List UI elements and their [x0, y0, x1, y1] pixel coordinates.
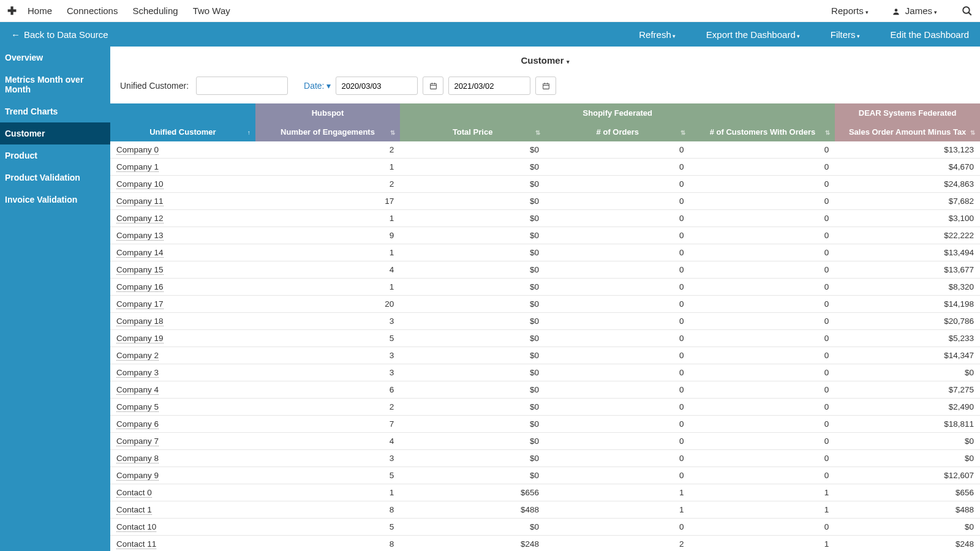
cell-nc: 0 — [690, 467, 835, 484]
action-export[interactable]: Export the Dashboard▾ — [706, 29, 800, 40]
column-header--of-orders[interactable]: # of Orders⇅ — [545, 122, 690, 141]
column-header--of-customers-with-orders[interactable]: # of Customers With Orders⇅ — [690, 122, 835, 141]
svg-line-2 — [968, 12, 971, 15]
cell-no: 0 — [545, 244, 690, 261]
caret-down-icon: ▾ — [797, 33, 800, 39]
cell-no: 0 — [545, 330, 690, 347]
customer-link[interactable]: Company 4 — [116, 385, 159, 395]
cell-no: 0 — [545, 399, 690, 416]
user-icon — [892, 6, 900, 16]
column-header-total-price[interactable]: Total Price⇅ — [400, 122, 545, 141]
customer-link[interactable]: Contact 10 — [116, 522, 156, 532]
nav-user[interactable]: James▾ — [883, 6, 937, 16]
customer-link[interactable]: Company 5 — [116, 402, 159, 412]
customer-link[interactable]: Company 9 — [116, 471, 159, 481]
cell-unified-customer: Company 17 — [110, 296, 255, 313]
customer-link[interactable]: Company 17 — [116, 299, 164, 309]
customer-link[interactable]: Company 2 — [116, 351, 159, 361]
svg-point-0 — [894, 9, 897, 12]
date-to-input[interactable] — [448, 77, 530, 95]
customer-link[interactable]: Company 8 — [116, 454, 159, 463]
table-row: Contact 01$65611$656 — [110, 484, 980, 501]
sidebar-item-customer[interactable]: Customer — [0, 122, 110, 144]
svg-rect-6 — [434, 83, 435, 84]
sidebar-item-product-validation[interactable]: Product Validation — [0, 167, 110, 189]
customer-link[interactable]: Company 16 — [116, 282, 164, 292]
date-label[interactable]: Date: ▾ — [304, 81, 331, 91]
cell-so: $13,677 — [835, 261, 980, 279]
customer-link[interactable]: Company 3 — [116, 368, 159, 378]
customer-link[interactable]: Contact 11 — [116, 539, 156, 549]
action-filters[interactable]: Filters▾ — [831, 29, 860, 40]
filter-row: Unified Customer: Date: ▾ — [110, 72, 980, 103]
customer-link[interactable]: Company 7 — [116, 437, 159, 446]
nav-scheduling[interactable]: Scheduling — [132, 6, 178, 16]
nav-reports[interactable]: Reports▾ — [831, 6, 869, 16]
page-title-dropdown[interactable]: Customer▾ — [110, 47, 980, 72]
sidebar-item-trend-charts[interactable]: Trend Charts — [0, 100, 110, 122]
date-from-input[interactable] — [336, 77, 418, 95]
cell-unified-customer: Company 11 — [110, 193, 255, 210]
cell-nc: 0 — [690, 416, 835, 433]
customer-link[interactable]: Company 12 — [116, 214, 164, 223]
calendar-icon — [542, 81, 550, 90]
sort-icon: ⇅ — [535, 129, 540, 135]
customer-link[interactable]: Contact 1 — [116, 505, 152, 515]
back-to-data-source[interactable]: ← Back to Data Source — [11, 29, 108, 40]
unified-customer-input[interactable] — [196, 77, 288, 95]
customer-link[interactable]: Company 13 — [116, 231, 164, 241]
cell-ne: 1 — [255, 159, 401, 176]
search-icon[interactable] — [962, 5, 973, 16]
cell-no: 1 — [545, 484, 690, 501]
customer-link[interactable]: Company 10 — [116, 179, 164, 189]
cell-so: $5,233 — [835, 330, 980, 347]
cell-tp: $248 — [400, 536, 545, 552]
cell-ne: 5 — [255, 330, 401, 347]
sidebar-item-product[interactable]: Product — [0, 144, 110, 167]
cell-unified-customer: Company 19 — [110, 330, 255, 347]
cell-unified-customer: Contact 1 — [110, 501, 255, 519]
cell-ne: 4 — [255, 433, 401, 450]
customer-link[interactable]: Company 1 — [116, 162, 159, 172]
cell-no: 0 — [545, 279, 690, 296]
column-header-number-of-engagements[interactable]: Number of Engagements⇅ — [255, 122, 401, 141]
cell-nc: 0 — [690, 210, 835, 227]
customer-link[interactable]: Company 0 — [116, 145, 159, 155]
customer-link[interactable]: Company 6 — [116, 419, 159, 429]
cell-nc: 0 — [690, 347, 835, 364]
table-row: Company 83$000$0 — [110, 450, 980, 467]
customer-link[interactable]: Company 15 — [116, 265, 164, 275]
sidebar-item-overview[interactable]: Overview — [0, 47, 110, 69]
nav-home[interactable]: Home — [28, 6, 52, 16]
cell-tp: $0 — [400, 364, 545, 381]
nav-two-way[interactable]: Two Way — [193, 6, 230, 16]
action-edit-dashboard[interactable]: Edit the Dashboard — [891, 29, 969, 40]
customer-link[interactable]: Company 18 — [116, 317, 164, 326]
cell-ne: 5 — [255, 467, 401, 484]
cell-ne: 4 — [255, 261, 401, 279]
action-refresh[interactable]: Refresh▾ — [639, 29, 676, 40]
sort-icon: ⇅ — [680, 129, 685, 135]
caret-down-icon: ▾ — [934, 9, 937, 15]
cell-tp: $0 — [400, 399, 545, 416]
plus-icon[interactable]: ✚ — [7, 4, 17, 18]
sidebar-item-invoice-validation[interactable]: Invoice Validation — [0, 189, 110, 211]
cell-nc: 0 — [690, 193, 835, 210]
cell-so: $8,320 — [835, 279, 980, 296]
column-header-sales-order-amount-minus-tax[interactable]: Sales Order Amount Minus Tax⇅ — [835, 122, 980, 141]
customer-link[interactable]: Company 19 — [116, 334, 164, 343]
customer-link[interactable]: Company 11 — [116, 197, 164, 206]
customer-link[interactable]: Contact 0 — [116, 488, 152, 498]
customer-link[interactable]: Company 14 — [116, 248, 164, 258]
nav-connections[interactable]: Connections — [67, 6, 118, 16]
calendar-to-button[interactable] — [535, 77, 556, 95]
cell-no: 0 — [545, 159, 690, 176]
cell-unified-customer: Company 13 — [110, 227, 255, 244]
cell-tp: $0 — [400, 279, 545, 296]
sidebar-item-metrics-month-over-month[interactable]: Metrics Month over Month — [0, 69, 110, 100]
calendar-from-button[interactable] — [423, 77, 443, 95]
unified-customer-label: Unified Customer: — [120, 81, 189, 91]
cell-nc: 0 — [690, 313, 835, 330]
column-header-unified-customer[interactable]: Unified Customer↑ — [110, 122, 255, 141]
content-area[interactable]: Customer▾ Unified Customer: Date: ▾ Hubs… — [110, 47, 980, 551]
